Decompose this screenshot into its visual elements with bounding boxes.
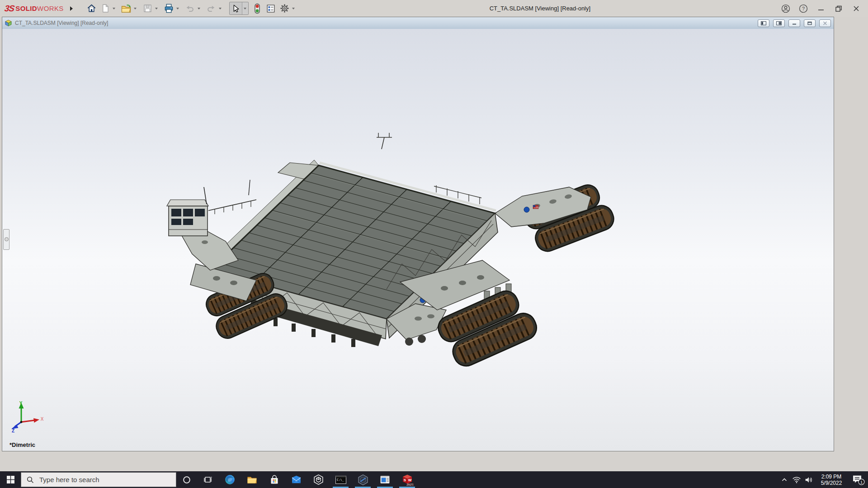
cortana-button[interactable] <box>176 471 197 488</box>
taskbar-app-mail[interactable] <box>285 471 307 488</box>
property-form-button[interactable] <box>265 2 277 14</box>
doc-close-button[interactable] <box>819 19 831 27</box>
clock-time: 2:09 PM <box>821 474 842 480</box>
task-view-icon <box>203 475 212 484</box>
crawler-transporter-model[interactable] <box>2 29 834 451</box>
document-titlebar[interactable]: CT_TA.SLDASM [Viewing] [Read-only] <box>2 17 834 29</box>
svg-text:W: W <box>408 478 411 482</box>
home-button[interactable] <box>85 2 98 14</box>
featuremanager-collapsed-handle[interactable] <box>3 229 9 250</box>
doc-minimize-icon <box>792 21 797 25</box>
document-title: CT_TA.SLDASM [Viewing] [Read-only] <box>15 20 108 26</box>
select-tool-group <box>229 2 249 15</box>
print-dropdown[interactable] <box>175 2 181 14</box>
taskbar-app-file-explorer[interactable] <box>241 471 263 488</box>
svg-text:S: S <box>403 478 406 482</box>
options-button[interactable] <box>278 2 291 14</box>
save-icon <box>143 4 152 13</box>
account-button[interactable] <box>780 3 791 14</box>
taskbar-app-edrawings[interactable] <box>352 471 374 488</box>
tray-volume-button[interactable] <box>802 471 815 488</box>
gear-icon <box>279 3 290 14</box>
stoplight-icon <box>253 3 262 14</box>
form-icon <box>266 4 276 14</box>
doc-minimize-button[interactable] <box>788 19 800 27</box>
doc-close-icon <box>822 21 828 25</box>
save-dropdown[interactable] <box>154 2 160 14</box>
open-button[interactable] <box>120 2 132 14</box>
search-input[interactable] <box>38 475 162 484</box>
svg-text:2021: 2021 <box>406 483 414 486</box>
tray-network-button[interactable] <box>790 471 802 488</box>
undo-button[interactable] <box>184 2 196 14</box>
options-dropdown[interactable] <box>291 2 297 14</box>
3ds-logo-glyph: 3S <box>4 4 14 14</box>
solidworks-logo: 3S SOLID WORKS <box>5 4 64 14</box>
svg-text:C:\_: C:\_ <box>337 478 344 481</box>
open-dropdown[interactable] <box>132 2 138 14</box>
tray-overflow-button[interactable] <box>778 471 790 488</box>
close-icon <box>852 4 861 13</box>
pane-right-icon <box>776 21 782 25</box>
command-prompt-icon: C:\_ <box>335 474 347 485</box>
pane-left-button[interactable] <box>758 19 769 27</box>
new-document-button[interactable] <box>99 2 111 14</box>
3d-viewer-icon <box>313 474 324 485</box>
svg-text:1: 1 <box>860 480 863 484</box>
panel-expand-dot <box>5 237 9 241</box>
help-icon: ? <box>798 4 808 14</box>
new-dropdown[interactable] <box>111 2 117 14</box>
search-icon <box>27 476 34 483</box>
toolbar-flyout-arrow[interactable] <box>70 6 73 11</box>
assembly-icon <box>5 19 12 27</box>
taskbar-app-3d-viewer[interactable] <box>307 471 330 488</box>
display-stoplight-button[interactable] <box>251 2 264 14</box>
view-orientation-label: *Dimetric <box>9 441 35 448</box>
redo-button[interactable] <box>205 2 217 14</box>
select-dropdown[interactable] <box>242 2 248 14</box>
wifi-icon <box>792 476 801 484</box>
help-button[interactable]: ? <box>798 3 809 14</box>
pane-right-button[interactable] <box>773 19 785 27</box>
print-icon <box>164 3 174 14</box>
triad-z-label: Z <box>12 428 14 433</box>
notification-icon: 1 <box>851 474 865 486</box>
restore-icon <box>834 4 843 13</box>
taskbar-app-store[interactable] <box>263 471 285 488</box>
edrawings-icon <box>357 474 369 486</box>
window-title: CT_TA.SLDASM [Viewing] [Read-only] <box>300 5 780 12</box>
close-button[interactable] <box>851 3 862 14</box>
select-cursor-icon <box>231 4 241 14</box>
app-titlebar: 3S SOLID WORKS <box>0 0 868 17</box>
minimize-button[interactable] <box>816 3 826 14</box>
file-explorer-icon <box>246 474 258 485</box>
redo-dropdown[interactable] <box>217 2 223 14</box>
task-view-button[interactable] <box>197 471 219 488</box>
select-button[interactable] <box>230 2 242 14</box>
system-tray: 2:09 PM 5/9/2022 1 <box>778 471 868 488</box>
undo-dropdown[interactable] <box>196 2 202 14</box>
triad-y-label: Y <box>19 401 23 406</box>
reference-triad[interactable]: Y X Z <box>9 400 45 433</box>
taskbar-app-edge[interactable] <box>219 471 241 488</box>
taskbar-app-solidworks[interactable]: S W 2021 <box>396 471 418 488</box>
document-window: CT_TA.SLDASM [Viewing] [Read-only] <box>2 17 834 451</box>
account-icon <box>781 4 791 14</box>
print-button[interactable] <box>163 2 175 14</box>
save-button[interactable] <box>142 2 154 14</box>
action-center-button[interactable]: 1 <box>848 471 868 488</box>
start-button[interactable] <box>0 471 21 488</box>
taskbar-search[interactable] <box>21 472 176 487</box>
taskbar-app-command-prompt[interactable]: C:\_ <box>330 471 352 488</box>
taskbar-clock[interactable]: 2:09 PM 5/9/2022 <box>815 471 848 488</box>
store-icon <box>269 474 280 485</box>
graphics-viewport[interactable]: Y X Z *Dimetric <box>2 29 834 451</box>
home-icon <box>86 3 97 14</box>
cortana-icon <box>182 475 191 484</box>
new-document-icon <box>100 4 110 13</box>
taskbar-app-window[interactable] <box>374 471 396 488</box>
restore-button[interactable] <box>833 3 844 14</box>
doc-restore-button[interactable] <box>804 19 816 27</box>
doc-restore-icon <box>807 21 812 25</box>
taskbar: C:\_ S W 2021 <box>0 471 868 488</box>
